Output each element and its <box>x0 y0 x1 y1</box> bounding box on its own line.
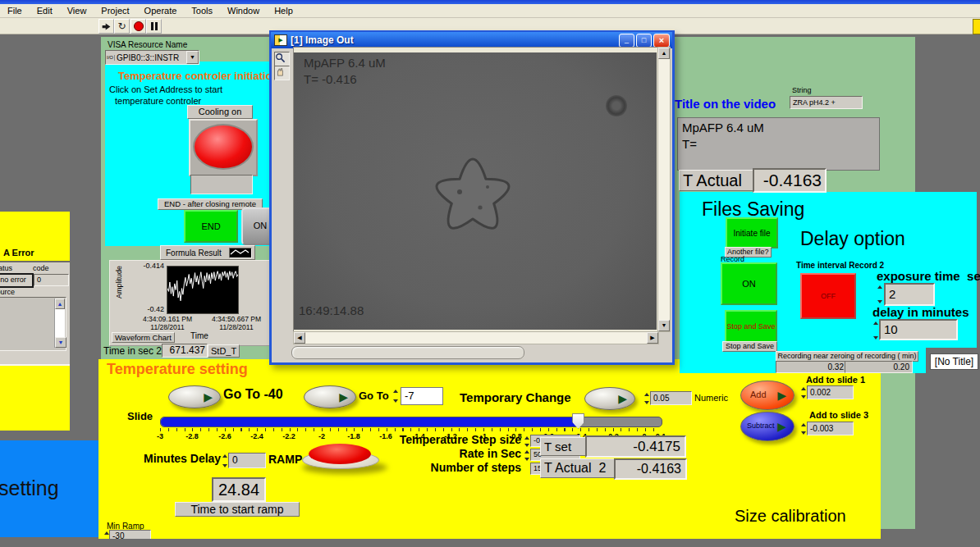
abort-icon <box>134 21 144 31</box>
stop-and-save-button[interactable]: Stop and Save <box>725 310 777 343</box>
play-icon: ▶ <box>204 391 213 403</box>
step-size-spinner[interactable] <box>524 436 530 447</box>
record-on-button[interactable]: ON <box>721 262 777 305</box>
goto-button[interactable]: ▶ <box>304 385 356 408</box>
t-actual-value: -0.4163 <box>753 168 827 193</box>
menu-item-help[interactable]: Help <box>267 4 300 17</box>
slide-label: Slide <box>127 410 153 422</box>
slider-tick-label: -2.2 <box>277 432 301 440</box>
video-text-box[interactable]: MpAFP 6.4 uM T= <box>677 117 880 171</box>
error-panel: A Error status code no error 0 source ▲ … <box>0 212 70 431</box>
menu-item-operate[interactable]: Operate <box>137 4 185 17</box>
video-title-label: Title on the video <box>675 97 776 111</box>
goto-minus40-label: Go To -40 <box>223 387 283 402</box>
scroll-down-icon[interactable]: ▼ <box>658 320 670 331</box>
add-slide3-value[interactable]: -0.003 <box>807 422 854 435</box>
add-slide3-label: Add to slide 3 <box>809 410 868 420</box>
maximize-button[interactable]: □ <box>636 34 652 48</box>
image-out-titlebar[interactable]: ▶ [1] Image Out _ □ × <box>271 32 672 48</box>
visa-value: GPIB0::3::INSTR <box>115 53 186 62</box>
x-axis-start: 4:34:09.161 PM 11/28/2011 <box>133 315 202 331</box>
run-continuous-button[interactable]: ↻ <box>114 19 130 34</box>
numeric-value[interactable]: 0.05 <box>650 391 692 405</box>
error-source-label: source <box>0 288 15 296</box>
subtract-button[interactable]: Subtract ▶ <box>740 412 795 441</box>
slider-fill <box>161 417 578 426</box>
numeric-label: Numeric <box>694 393 728 403</box>
minimize-button[interactable]: _ <box>619 34 634 48</box>
abort-button[interactable] <box>131 19 146 34</box>
setting-panel-label: setting <box>0 476 59 500</box>
menu-item-edit[interactable]: Edit <box>30 4 60 17</box>
horizontal-scrollbar[interactable]: ◀ ▶ <box>293 331 659 344</box>
add-button[interactable]: Add ▶ <box>740 381 795 410</box>
temperature-setting-title: Temperature setting <box>107 361 248 378</box>
zoom-tool-button[interactable] <box>274 52 290 66</box>
visa-combo[interactable]: I/O GPIB0::3::INSTR ▼ <box>105 50 199 65</box>
formula-plot-legend-icon[interactable] <box>229 248 252 258</box>
close-button[interactable]: × <box>653 34 670 48</box>
temp-controller-title: Temperature controler initiation <box>118 70 279 82</box>
slider-minor-ticks <box>160 428 662 431</box>
cooling-on-button[interactable] <box>193 124 254 170</box>
image-out-title: [1] Image Out <box>291 34 619 46</box>
end-button[interactable]: END <box>184 210 238 243</box>
bottom-strip <box>0 539 980 547</box>
run-button[interactable] <box>98 19 114 34</box>
pan-tool-button[interactable] <box>274 66 290 80</box>
y-axis-min: -0.42 <box>141 305 164 313</box>
scroll-right-icon[interactable]: ▶ <box>647 332 658 344</box>
slider-tick-label: -2 <box>309 432 334 440</box>
goto-spinner[interactable] <box>392 390 399 403</box>
temperature-slider-track[interactable] <box>160 417 662 427</box>
vertical-scrollbar[interactable]: ▲ ▼ <box>657 47 671 332</box>
t-actual2-label: T Actual 2 <box>540 458 616 478</box>
visa-io-icon: I/O <box>106 55 115 61</box>
error-cluster: status code no error 0 source ▲ ▼ <box>0 261 70 366</box>
visa-label: VISA Resource Name <box>108 40 187 49</box>
string-input[interactable]: ZRA pH4.2 + <box>790 96 863 109</box>
add-slide1-label: Add to slide 1 <box>806 375 865 385</box>
error-source-scrollbar[interactable]: ▲ ▼ <box>54 299 65 348</box>
ramp-button[interactable] <box>309 444 371 464</box>
menu-item-window[interactable]: Window <box>220 4 267 17</box>
add-slide3-spinner[interactable] <box>800 423 807 435</box>
minutes-delay-spinner[interactable] <box>222 454 228 467</box>
scroll-down-icon[interactable]: ▼ <box>55 337 66 348</box>
slider-tick-label: -2.6 <box>213 432 237 440</box>
record2-off-button[interactable]: OFF <box>800 273 856 319</box>
exposure-value[interactable]: 2 <box>884 283 935 306</box>
visa-dropdown-icon[interactable]: ▼ <box>186 51 199 64</box>
goto-value-input[interactable]: -7 <box>401 387 443 405</box>
delay-minutes-spinner[interactable] <box>872 321 879 340</box>
goto-minus40-button[interactable]: ▶ <box>168 385 221 408</box>
rate-label: Rate in Sec <box>369 447 521 460</box>
menu-item-file[interactable]: File <box>0 4 30 17</box>
rate-spinner[interactable] <box>524 450 530 461</box>
waveform-caption: Waveform Chart <box>112 332 175 343</box>
menu-item-project[interactable]: Project <box>94 4 136 17</box>
add-slide1-value[interactable]: 0.002 <box>807 385 854 399</box>
exposure-spinner[interactable] <box>877 285 883 303</box>
menu-item-tools[interactable]: Tools <box>184 4 220 17</box>
add-slide1-spinner[interactable] <box>800 387 807 399</box>
temporary-change-button[interactable]: ▶ <box>584 387 635 410</box>
formula-result-label: Formula Result <box>161 248 229 258</box>
initiate-file-button[interactable]: Initiate file <box>726 217 778 248</box>
add-button-label: Add <box>750 390 767 399</box>
steps-label: Number of steps <box>369 461 521 474</box>
scroll-up-icon[interactable]: ▲ <box>658 48 670 59</box>
slider-tick-label: -1.8 <box>341 432 366 440</box>
image-canvas-frame: MpAFP 6.4 uM T= -0.416 16:49:14.88 <box>293 47 659 332</box>
scroll-left-icon[interactable]: ◀ <box>294 332 305 344</box>
temp-controller-panel: Temperature controler initiation Click o… <box>105 62 271 246</box>
no-title-button[interactable]: [No Title] <box>930 353 978 370</box>
menu-item-view[interactable]: View <box>60 4 94 17</box>
temporary-change-label: Temporary Change <box>460 390 571 404</box>
delay-minutes-value[interactable]: 10 <box>879 319 958 340</box>
run-icon <box>101 21 112 32</box>
numeric-spinner[interactable] <box>643 393 650 404</box>
minutes-delay-value[interactable]: 0 <box>228 453 266 468</box>
pause-button[interactable] <box>146 19 162 34</box>
scroll-up-icon[interactable]: ▲ <box>55 299 65 309</box>
